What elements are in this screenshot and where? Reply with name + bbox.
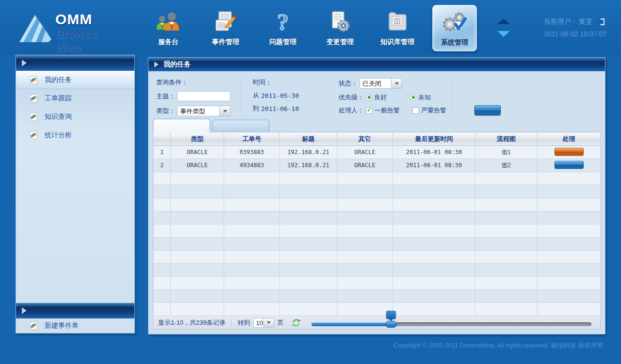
page-select[interactable]: 10	[253, 318, 275, 328]
table-empty-row	[153, 185, 601, 198]
handler-option-label: 严重告警	[421, 106, 446, 115]
page-select-value: 10	[254, 318, 263, 327]
task-doc-icon	[29, 321, 38, 331]
gears-check-icon	[441, 10, 468, 35]
cell-updated: 2011-06-01 08:30	[393, 146, 475, 159]
nav-item-incident-mgmt[interactable]: 事件管理	[203, 4, 248, 47]
sidebar-item-knowledge-query[interactable]: 知识查询	[16, 108, 134, 126]
table-empty-row	[153, 277, 601, 290]
col-header-title[interactable]: 标题	[280, 132, 337, 146]
sidebar: 我的任务 工单跟踪 知识查询	[16, 55, 135, 333]
cell-updated: 2011-06-01 08:30	[393, 159, 475, 172]
chevron-down-icon[interactable]	[391, 79, 402, 88]
handler-checkbox-severe[interactable]	[412, 107, 419, 114]
col-header-action[interactable]: 处理	[538, 132, 601, 146]
priority-label: 优先级：	[339, 93, 364, 102]
refresh-button[interactable]	[292, 318, 301, 327]
task-doc-icon	[29, 75, 38, 85]
divider	[231, 319, 232, 327]
current-user-label: 当前用户：	[544, 17, 578, 26]
record-summary: 显示1-10，共239条记录	[158, 318, 226, 327]
scroll-up-icon[interactable]	[497, 18, 510, 24]
cell-other: ORACLE	[337, 146, 393, 159]
tab-1[interactable]	[153, 119, 210, 132]
slider-thumb[interactable]	[385, 321, 397, 328]
slider-fill	[311, 322, 392, 326]
logout-icon[interactable]	[597, 17, 606, 26]
process-button[interactable]	[555, 161, 584, 169]
priority-radio-good[interactable]	[366, 95, 372, 101]
table-empty-row	[153, 211, 601, 224]
result-tabs	[148, 118, 605, 132]
nav-item-label: 问题管理	[269, 38, 296, 47]
type-label: 类型：	[156, 107, 175, 115]
nav-item-service-desk[interactable]: 服务台	[146, 4, 191, 47]
chevron-down-icon[interactable]	[263, 318, 274, 327]
cell-index: 2	[153, 159, 171, 172]
task-doc-icon	[29, 112, 38, 122]
sidebar-item-stats-analysis[interactable]: 统计分析	[16, 126, 134, 144]
cell-other: ORACLE	[337, 159, 393, 172]
col-header-flow[interactable]: 流程图	[475, 132, 538, 146]
goto-label: 转到	[238, 318, 250, 327]
table-body: 1 ORACLE 0393883 192.168.0.21 ORACLE 201…	[153, 146, 601, 316]
process-button[interactable]	[555, 148, 584, 156]
sidebar-item-new-incident[interactable]: 新建事件单	[16, 318, 134, 333]
sidebar-item-label: 我的任务	[45, 76, 72, 84]
handler-checkbox-general[interactable]	[366, 107, 373, 114]
col-header-order-no[interactable]: 工单号	[224, 132, 280, 146]
cell-type: ORACLE	[171, 146, 224, 159]
table-row[interactable]: 2 ORACLE 4934883 192.168.0.21 ORACLE 201…	[153, 159, 601, 172]
document-pencil-icon	[213, 10, 238, 35]
nav-item-system-mgmt[interactable]: 系统管理	[432, 5, 477, 51]
status-label: 状态：	[339, 79, 358, 88]
chevron-down-icon[interactable]	[219, 106, 230, 116]
arrow-right-icon	[22, 307, 27, 314]
priority-radio-unknown[interactable]	[410, 95, 416, 101]
current-datetime: 2011-06-02 10:07:07	[544, 30, 606, 38]
page-footer: Copyright © 2000-2011 Dreamstime. All ri…	[0, 334, 621, 364]
status-select[interactable]: 已关闭	[360, 78, 402, 89]
nav-scroll-arrows	[497, 18, 510, 37]
nav-item-change-mgmt[interactable]: 变更管理	[318, 4, 362, 47]
copyright-text: Copyright © 2000-2011 Dreamstime. All ri…	[0, 334, 621, 350]
sidebar-header[interactable]	[16, 55, 134, 71]
cell-flow-link[interactable]: 图1	[475, 146, 538, 159]
tab-2[interactable]	[212, 120, 269, 132]
sidebar-item-my-tasks[interactable]: 我的任务	[16, 71, 134, 89]
app-logo: OMM Browse View	[18, 7, 123, 48]
cell-title: 192.168.0.21	[280, 159, 337, 172]
sidebar-bottom-header[interactable]	[16, 303, 134, 318]
sidebar-item-order-tracking[interactable]: 工单跟踪	[16, 89, 134, 108]
col-header-type[interactable]: 类型	[171, 132, 224, 146]
nav-item-knowledge-mgmt[interactable]: 知识库管理	[375, 4, 420, 47]
arrow-right-icon	[22, 60, 27, 66]
sidebar-item-label: 统计分析	[45, 131, 72, 140]
cell-type: ORACLE	[171, 159, 224, 172]
cell-order-no: 0393883	[224, 146, 280, 159]
from-date[interactable]: 2011-05-30	[261, 92, 299, 99]
table-row[interactable]: 1 ORACLE 0393883 192.168.0.21 ORACLE 201…	[153, 146, 601, 159]
sidebar-item-label: 新建事件单	[45, 321, 79, 330]
col-header-updated[interactable]: 最后更新时间	[393, 132, 475, 146]
scroll-down-icon[interactable]	[497, 31, 510, 37]
current-user-name: 黄雯	[579, 17, 592, 26]
cell-flow-link[interactable]: 图2	[475, 159, 538, 172]
to-date[interactable]: 2011-06-10	[261, 105, 299, 112]
nav-item-label: 系统管理	[441, 38, 468, 47]
type-select[interactable]: 事件类型	[177, 106, 230, 116]
table-empty-row	[153, 264, 601, 277]
col-header-index	[153, 132, 171, 146]
svg-text:?: ?	[277, 10, 289, 35]
people-icon	[155, 10, 181, 35]
book-icon	[384, 10, 410, 35]
table-empty-row	[153, 251, 601, 264]
priority-option-label: 良好	[374, 93, 387, 102]
col-header-other[interactable]: 其它	[337, 132, 393, 146]
table-empty-row	[153, 290, 601, 303]
search-button[interactable]	[474, 105, 501, 115]
subject-input[interactable]	[177, 91, 230, 101]
nav-item-problem-mgmt[interactable]: ? 问题管理	[261, 4, 305, 47]
query-section-label: 查询条件：	[156, 78, 188, 87]
handler-label: 处理人：	[339, 106, 364, 115]
